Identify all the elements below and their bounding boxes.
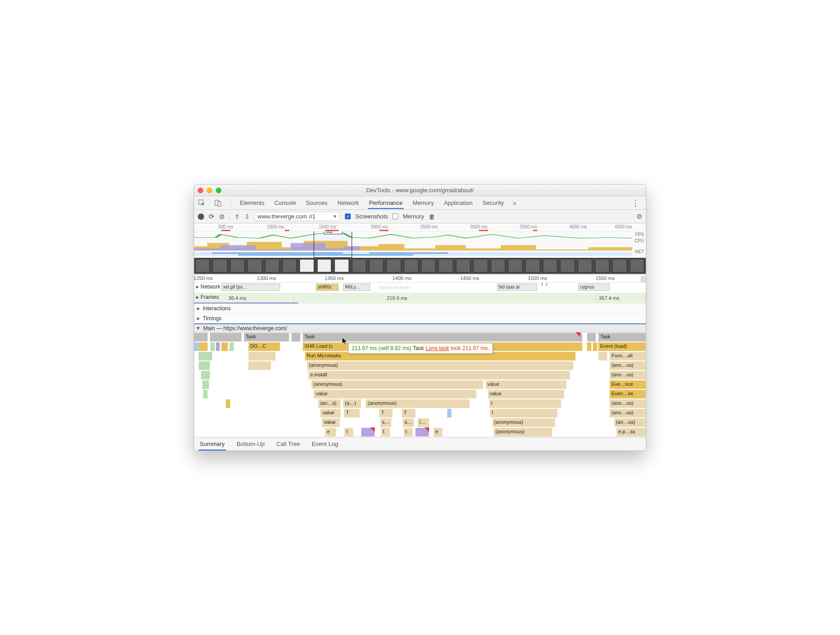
more-tabs-icon[interactable]: » — [513, 199, 516, 207]
flame-block[interactable]: (anonymous) — [311, 380, 483, 389]
tab-application[interactable]: Application — [443, 197, 474, 209]
frame-segment[interactable]: 218.9 ms — [294, 293, 597, 303]
tab-security[interactable]: Security — [482, 197, 505, 209]
interactions-track[interactable]: ▶Interactions — [194, 303, 646, 313]
btab-summary[interactable]: Summary — [199, 437, 226, 450]
flame-block[interactable] — [587, 333, 596, 341]
flame-block[interactable]: e.install — [308, 371, 570, 379]
net-item[interactable]: M6Ly… — [343, 284, 370, 291]
btab-eventlog[interactable]: Event Log — [311, 437, 339, 450]
settings-icon[interactable]: ⚙ — [636, 213, 642, 221]
frame-segment[interactable]: 36.4 ms — [226, 293, 294, 303]
tab-performance[interactable]: Performance — [368, 197, 403, 209]
flame-block[interactable] — [210, 333, 242, 341]
fl-tick: 1500 ms — [528, 275, 547, 281]
menu-dots-icon[interactable]: ⋮ — [629, 196, 642, 210]
flame-block[interactable]: t — [404, 428, 413, 436]
tab-network[interactable]: Network — [337, 197, 360, 209]
flame-block[interactable]: Eve…nce — [610, 380, 646, 389]
net-label: NET — [635, 249, 644, 255]
flame-block[interactable]: T — [344, 409, 360, 417]
btab-calltree[interactable]: Call Tree — [276, 437, 301, 450]
clear-icon[interactable]: ⊘ — [219, 213, 225, 221]
fl-tick: 1250 ms — [194, 275, 213, 281]
flame-chart[interactable]: 1250 ms 1300 ms 1350 ms 1400 ms 1450 ms … — [194, 275, 646, 437]
net-item[interactable]: xel.gif (px… — [221, 284, 280, 291]
flame-block[interactable]: value — [314, 390, 476, 398]
expand-icon[interactable]: ▶ — [196, 284, 199, 289]
flame-block[interactable]: (an…s) — [318, 399, 341, 408]
flame-block[interactable]: (anonymous) — [494, 428, 553, 436]
ov-tick: 2500 ms — [420, 224, 438, 229]
tooltip-longtask: Long task — [425, 345, 449, 351]
flame-block[interactable] — [194, 333, 208, 341]
ov-tick: 3500 ms — [520, 224, 537, 229]
flame-block[interactable]: i… — [418, 418, 429, 427]
overview-pane[interactable]: 500 ms 1000 ms 1500 ms 2000 ms 2500 ms 3… — [194, 223, 646, 275]
flame-block[interactable]: (anonymous) — [492, 418, 556, 427]
frame-segment[interactable]: 357.4 ms — [596, 293, 646, 303]
reload-icon[interactable]: ⟳ — [209, 213, 215, 221]
net-item[interactable]: bid (aax.ar — [497, 284, 538, 291]
overview-selection[interactable]: 1500 ms — [314, 232, 352, 258]
flame-block[interactable]: e.p…ss — [616, 428, 646, 436]
flame-block[interactable]: value — [488, 390, 565, 398]
recording-select[interactable]: www.theverge.com #1 ▼ — [254, 212, 340, 221]
flame-block[interactable]: s… — [403, 418, 414, 427]
fps-label: FPS — [635, 232, 644, 238]
expand-icon[interactable]: ▶ — [196, 295, 199, 299]
flame-block[interactable]: (anonymous) — [307, 361, 574, 370]
fl-tick: 1450 ms — [460, 275, 479, 281]
flame-block[interactable]: (ano…us) — [610, 371, 646, 379]
flame-block[interactable]: t — [344, 428, 353, 436]
flame-block[interactable]: Event (load) — [598, 342, 646, 351]
tab-console[interactable]: Console — [273, 197, 297, 209]
flame-block[interactable]: s… — [380, 418, 391, 427]
flame-block[interactable]: t — [490, 409, 558, 417]
flame-block[interactable]: value — [322, 418, 340, 427]
download-icon[interactable]: ⇩ — [244, 213, 250, 220]
flame-block[interactable]: (ano…us) — [610, 409, 646, 417]
flame-block[interactable]: (anonymous) — [366, 399, 470, 408]
fps-graph — [194, 232, 632, 239]
flame-block[interactable] — [291, 333, 301, 341]
inspect-icon[interactable] — [198, 199, 206, 207]
flame-block[interactable]: t — [381, 428, 390, 436]
flame-block[interactable]: e — [434, 428, 443, 436]
net-item[interactable]: aHR0c — [316, 284, 339, 291]
flame-block[interactable]: Task — [598, 333, 646, 341]
net-graph — [194, 252, 632, 256]
flame-block[interactable]: (ano…us) — [610, 399, 646, 408]
tab-memory[interactable]: Memory — [412, 197, 435, 209]
btab-bottomup[interactable]: Bottom-Up — [236, 437, 266, 450]
trash-icon[interactable]: 🗑 — [429, 213, 435, 220]
memory-checkbox[interactable] — [392, 213, 398, 219]
timings-track[interactable]: ▶Timings — [194, 313, 646, 323]
flame-block[interactable]: t — [489, 399, 562, 408]
record-button[interactable] — [198, 213, 204, 220]
flame-block[interactable]: e — [325, 428, 336, 436]
window-title: DevTools - www.google.com/gmail/about/ — [194, 187, 646, 194]
device-toggle-icon[interactable] — [214, 199, 222, 207]
flame-block[interactable]: value — [320, 409, 341, 417]
flame-block[interactable]: (a…) — [343, 399, 361, 408]
titlebar: DevTools - www.google.com/gmail/about/ — [194, 185, 646, 196]
flame-block[interactable]: Even…ire — [610, 390, 646, 398]
flame-block[interactable]: Task — [244, 333, 289, 341]
filmstrip[interactable] — [194, 258, 646, 274]
flame-block[interactable]: T — [402, 409, 415, 417]
flame-block[interactable]: value — [486, 380, 567, 389]
flame-block[interactable]: Func…all — [610, 352, 646, 360]
main-thread-header[interactable]: ▼Main — https://www.theverge.com/ — [194, 323, 646, 332]
flame-block[interactable]: DO…C — [248, 342, 280, 351]
tab-sources[interactable]: Sources — [305, 197, 329, 209]
upload-icon[interactable]: ⇧ — [234, 213, 240, 220]
screenshots-checkbox[interactable]: ✓ — [345, 213, 351, 219]
net-item[interactable]: cygnus — [578, 284, 610, 291]
flame-block[interactable]: (ano…us) — [610, 361, 646, 370]
tab-elements[interactable]: Elements — [239, 197, 265, 209]
flame-block[interactable]: T — [379, 409, 393, 417]
network-label: Network — [200, 284, 220, 290]
flame-block[interactable]: (an…us) — [614, 418, 646, 427]
ov-tick: 4000 ms — [569, 224, 587, 229]
